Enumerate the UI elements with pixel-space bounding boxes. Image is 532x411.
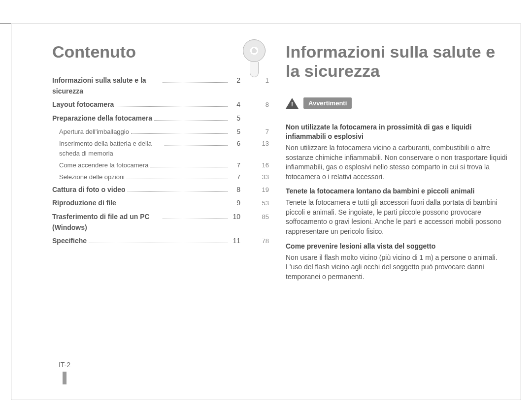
toc-dots — [131, 133, 228, 134]
toc-column: Contenuto Informazioni sulla salute e la… — [52, 42, 269, 250]
toc-row: Informazioni sulla salute e la sicurezza… — [52, 75, 269, 96]
page-footer: IT-2 — [52, 361, 77, 384]
toc-label: Come accendere la fotocamera — [59, 160, 148, 170]
section-heading: Tenete la fotocamera lontano da bambini … — [286, 187, 510, 196]
toc-dots — [89, 243, 228, 243]
toc-dots — [165, 145, 228, 146]
toc-page: 9 — [230, 198, 240, 209]
toc-dots — [118, 205, 228, 205]
crop-mark — [0, 23, 11, 24]
warning-triangle-icon — [286, 98, 299, 109]
footer-bar — [63, 372, 66, 384]
toc-page: 5 — [230, 113, 240, 124]
toc-page: 11 — [230, 236, 240, 247]
toc-dots — [163, 219, 228, 219]
toc-page: 7 — [230, 172, 240, 182]
warning-badge: Avvertimenti — [286, 97, 352, 109]
toc-label: Riproduzione di file — [52, 198, 116, 209]
toc-aside: 53 — [240, 198, 269, 208]
toc-page: 4 — [230, 99, 240, 110]
toc-label: Trasferimento di file ad un PC (Windows) — [52, 212, 161, 233]
section-body: Non usare il flash molto vicino (più vic… — [286, 253, 510, 282]
safety-sections: Non utilizzate la fotocamera in prossimi… — [286, 123, 510, 282]
toc-row: Specifiche1178 — [52, 236, 269, 247]
toc-aside: 78 — [240, 236, 269, 246]
toc-label: Apertura dell'imballaggio — [59, 127, 129, 137]
toc-aside: 1 — [240, 76, 269, 86]
warning-label: Avvertimenti — [303, 97, 352, 109]
toc-dots — [116, 106, 228, 107]
toc-dots — [150, 167, 228, 167]
toc-row: Come accendere la fotocamera716 — [59, 160, 269, 170]
toc-aside: 19 — [240, 185, 269, 195]
toc-label: Inserimento della batteria e della sched… — [59, 139, 163, 158]
toc-label: Selezione delle opzioni — [59, 172, 125, 182]
section-body: Non utilizzare la fotocamera vicino a ca… — [286, 143, 510, 182]
toc-row: Riproduzione di file953 — [52, 198, 269, 209]
toc-aside: 7 — [240, 127, 269, 137]
safety-column: Informazioni sulla salute e la sicurezza… — [286, 42, 510, 286]
toc-aside: 33 — [240, 172, 269, 182]
safety-title: Informazioni sulla salute e la sicurezza — [286, 42, 510, 81]
toc-page: 7 — [230, 160, 240, 170]
toc-label: Cattura di foto o video — [52, 185, 126, 195]
toc-row: Selezione delle opzioni733 — [59, 172, 269, 182]
toc-dots — [163, 82, 228, 83]
toc-row: Layout fotocamera48 — [52, 99, 269, 110]
toc-dots — [127, 179, 228, 179]
toc-page: 8 — [230, 185, 240, 195]
toc-label: Preparazione della fotocamera — [52, 113, 152, 124]
toc-label: Layout fotocamera — [52, 99, 114, 110]
toc-row: Apertura dell'imballaggio57 — [59, 127, 269, 137]
cd-icon — [241, 39, 267, 77]
toc-page: 6 — [230, 139, 240, 149]
toc-aside: 85 — [240, 212, 269, 222]
toc-list: Informazioni sulla salute e la sicurezza… — [52, 75, 269, 247]
toc-title: Contenuto — [52, 42, 269, 62]
toc-dots — [128, 191, 228, 192]
toc-page: 5 — [230, 127, 240, 137]
page-number: IT-2 — [59, 361, 70, 369]
toc-row: Preparazione della fotocamera5 — [52, 113, 269, 124]
toc-label: Informazioni sulla salute e la sicurezza — [52, 75, 161, 96]
toc-label: Specifiche — [52, 236, 87, 247]
toc-row: Inserimento della batteria e della sched… — [59, 139, 269, 158]
manual-page: Contenuto Informazioni sulla salute e la… — [0, 0, 532, 411]
toc-dots — [154, 120, 228, 121]
section-heading: Non utilizzate la fotocamera in prossimi… — [286, 123, 510, 141]
toc-aside: 16 — [240, 160, 269, 170]
section-heading: Come prevenire lesioni alla vista del so… — [286, 242, 510, 251]
toc-page: 10 — [230, 212, 240, 222]
toc-subgroup: Apertura dell'imballaggio57Inserimento d… — [59, 127, 269, 183]
toc-row: Trasferimento di file ad un PC (Windows)… — [52, 212, 269, 233]
toc-page: 2 — [230, 75, 240, 86]
toc-row: Cattura di foto o video819 — [52, 185, 269, 195]
section-body: Tenete la fotocamera e tutti gli accesso… — [286, 198, 510, 236]
toc-aside: 8 — [240, 100, 269, 110]
toc-aside: 13 — [240, 139, 269, 149]
